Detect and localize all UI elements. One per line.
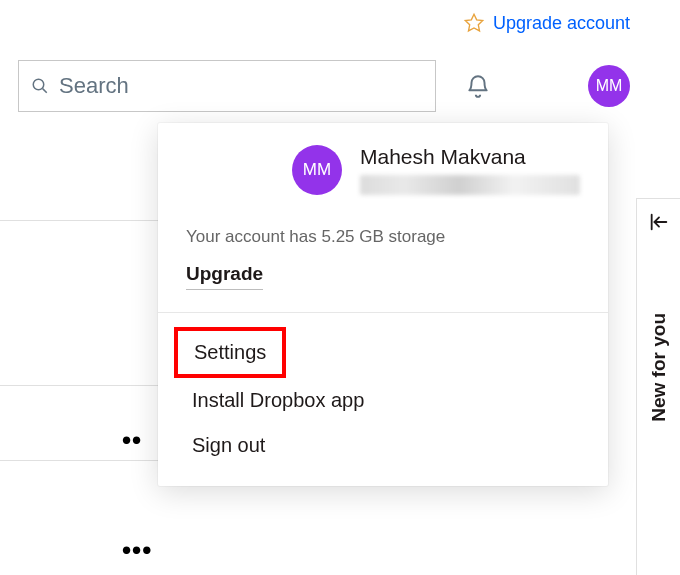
topbar: MM xyxy=(18,60,630,112)
collapse-panel-button[interactable] xyxy=(648,211,670,233)
upgrade-account-link[interactable]: Upgrade account xyxy=(493,13,630,34)
upgrade-button[interactable]: Upgrade xyxy=(186,263,263,290)
row-more-icon[interactable]: •• xyxy=(122,425,142,456)
storage-text: Your account has 5.25 GB storage xyxy=(158,205,608,247)
account-menu: MM Mahesh Makvana Your account has 5.25 … xyxy=(158,123,608,486)
menu-item-settings[interactable]: Settings xyxy=(174,327,286,378)
row-more-icon[interactable]: ••• xyxy=(122,535,152,566)
notifications-button[interactable] xyxy=(464,72,492,100)
search-input-wrap[interactable] xyxy=(18,60,436,112)
svg-line-1 xyxy=(43,89,47,93)
side-panel-label[interactable]: New for you xyxy=(648,313,670,422)
menu-item-install-app[interactable]: Install Dropbox app xyxy=(158,378,608,423)
search-input[interactable] xyxy=(59,73,423,99)
menu-item-sign-out[interactable]: Sign out xyxy=(158,423,608,468)
upgrade-banner: Upgrade account xyxy=(463,12,630,34)
account-menu-header: MM Mahesh Makvana xyxy=(158,123,608,205)
user-name: Mahesh Makvana xyxy=(360,145,580,169)
user-email-redacted xyxy=(360,175,580,195)
star-icon xyxy=(463,12,485,34)
side-panel: New for you xyxy=(636,198,680,575)
avatar[interactable]: MM xyxy=(588,65,630,107)
menu-avatar: MM xyxy=(292,145,342,195)
svg-point-0 xyxy=(33,79,44,90)
search-icon xyxy=(31,77,49,95)
